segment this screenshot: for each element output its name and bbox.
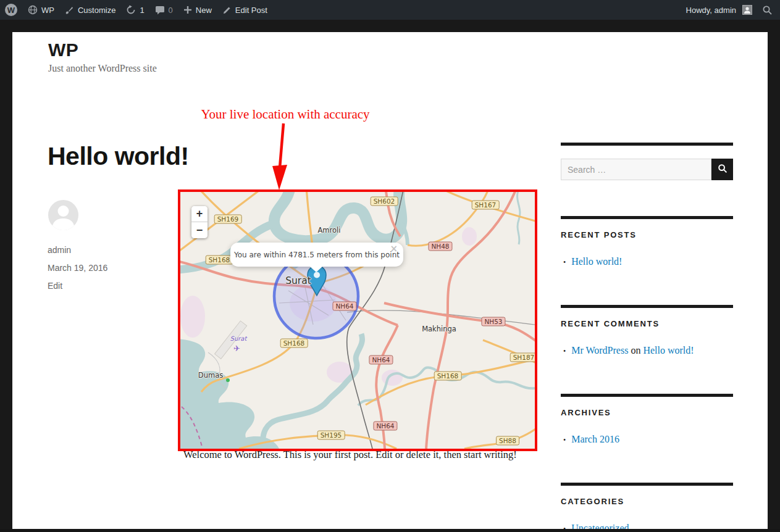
list-item: •March 2016 bbox=[563, 434, 619, 445]
map-label-sh168: SH168 bbox=[434, 372, 462, 381]
wordpress-logo-icon: W bbox=[5, 4, 17, 16]
bullet: • bbox=[563, 436, 566, 444]
new-label: New bbox=[196, 6, 212, 15]
map-label-nh48: NH48 bbox=[428, 242, 452, 251]
annotation-text: Your live location with accuracy bbox=[149, 107, 421, 122]
zoom-in-button[interactable]: + bbox=[191, 206, 208, 222]
map-label-nh53: NH53 bbox=[481, 317, 505, 326]
map-popup: You are within 4781.5 meters from this p… bbox=[230, 243, 403, 267]
list-item: •Hello world! bbox=[563, 256, 622, 267]
recent-post-link[interactable]: Hello world! bbox=[571, 256, 622, 267]
location-map[interactable]: ✈ SH602SH167SH169AmroliNH48SH168SuratNH6… bbox=[178, 189, 537, 451]
adminbar-search-icon[interactable] bbox=[762, 5, 773, 15]
search-input[interactable] bbox=[561, 159, 711, 180]
map-label-nh64: NH64 bbox=[332, 302, 356, 311]
update-arrows-icon bbox=[126, 5, 136, 15]
new-content-menu[interactable]: New bbox=[183, 6, 212, 15]
post-title: Hello world! bbox=[48, 142, 189, 171]
widget-divider bbox=[561, 143, 733, 146]
edit-link[interactable]: Edit bbox=[48, 281, 146, 291]
map-label-dumas: Dumas bbox=[198, 371, 223, 380]
comment-count: 0 bbox=[169, 6, 173, 15]
map-label-amroli: Amroli bbox=[318, 226, 341, 235]
map-label-surat: Surat bbox=[285, 275, 311, 286]
admin-avatar[interactable] bbox=[742, 5, 752, 15]
map-label-sh169: SH169 bbox=[214, 215, 242, 224]
search-button[interactable] bbox=[711, 159, 733, 180]
globe-icon bbox=[28, 5, 38, 15]
recent-posts-title: RECENT POSTS bbox=[561, 230, 637, 239]
pencil-icon bbox=[222, 6, 232, 15]
widget-divider bbox=[561, 216, 733, 219]
admin-bar: W WP Customize 1 0 bbox=[0, 0, 780, 20]
widget-divider bbox=[561, 483, 733, 486]
archive-link[interactable]: March 2016 bbox=[571, 434, 619, 444]
update-count: 1 bbox=[140, 6, 144, 15]
map-label-sh168: SH168 bbox=[206, 256, 233, 265]
map-label-makhinga: Makhinga bbox=[422, 325, 456, 333]
popup-close-button[interactable]: × bbox=[390, 243, 398, 254]
site-title[interactable]: WP bbox=[48, 39, 78, 60]
map-label-sh195: SH195 bbox=[317, 431, 345, 440]
bullet: • bbox=[563, 347, 566, 355]
viewport-bottom-edge bbox=[0, 529, 780, 532]
site-tagline: Just another WordPress site bbox=[48, 63, 157, 74]
author-avatar bbox=[48, 200, 78, 230]
site-name-label: WP bbox=[41, 6, 54, 15]
popup-text: You are within 4781.5 meters from this p… bbox=[234, 251, 400, 259]
popup-tail bbox=[309, 266, 323, 272]
map-label-sh167: SH167 bbox=[472, 201, 500, 210]
customize-menu[interactable]: Customize bbox=[65, 6, 115, 15]
post-meta: admin March 19, 2016 Edit bbox=[48, 200, 146, 299]
recent-comments-title: RECENT COMMENTS bbox=[561, 319, 660, 328]
edit-post-label: Edit Post bbox=[235, 6, 267, 15]
paintbrush-icon bbox=[65, 6, 74, 15]
comment-author-link[interactable]: Mr WordPress bbox=[571, 345, 628, 355]
map-label-nh64: NH64 bbox=[369, 355, 393, 365]
search-widget bbox=[561, 159, 733, 180]
map-label-surat: Surat bbox=[230, 335, 247, 342]
widget-divider bbox=[561, 394, 733, 397]
map-label-sh168: SH168 bbox=[280, 339, 308, 348]
search-icon bbox=[718, 164, 728, 175]
categories-title: CATEGORIES bbox=[561, 497, 624, 506]
site-canvas: WP Just another WordPress site Your live… bbox=[12, 32, 768, 529]
map-label-sh187: SH187 bbox=[510, 353, 537, 362]
howdy-account-menu[interactable]: Howdy, admin bbox=[686, 6, 736, 15]
map-zoom-control: + − bbox=[191, 206, 208, 238]
list-item: •Mr WordPress on Hello world! bbox=[563, 345, 694, 356]
map-label-nh64: NH64 bbox=[373, 422, 397, 431]
annotation-arrow bbox=[270, 122, 293, 194]
wordpress-logo-menu[interactable]: W bbox=[5, 4, 17, 16]
comment-post-link[interactable]: Hello world! bbox=[643, 345, 694, 355]
plus-icon bbox=[183, 6, 192, 14]
widget-divider bbox=[561, 305, 733, 308]
edit-post-menu[interactable]: Edit Post bbox=[222, 6, 267, 15]
zoom-out-button[interactable]: − bbox=[191, 222, 208, 238]
updates-menu[interactable]: 1 bbox=[126, 5, 144, 15]
archives-title: ARCHIVES bbox=[561, 408, 611, 417]
author-name[interactable]: admin bbox=[48, 245, 146, 255]
comment-bubble-icon bbox=[155, 6, 165, 15]
post-date[interactable]: March 19, 2016 bbox=[48, 263, 146, 273]
comment-separator: on bbox=[631, 345, 640, 355]
site-name-menu[interactable]: WP bbox=[28, 5, 54, 15]
bullet: • bbox=[563, 258, 566, 267]
comments-menu[interactable]: 0 bbox=[155, 6, 173, 15]
customize-label: Customize bbox=[78, 6, 115, 15]
map-label-sh88: SH88 bbox=[496, 436, 519, 446]
map-label-sh602: SH602 bbox=[371, 197, 398, 206]
